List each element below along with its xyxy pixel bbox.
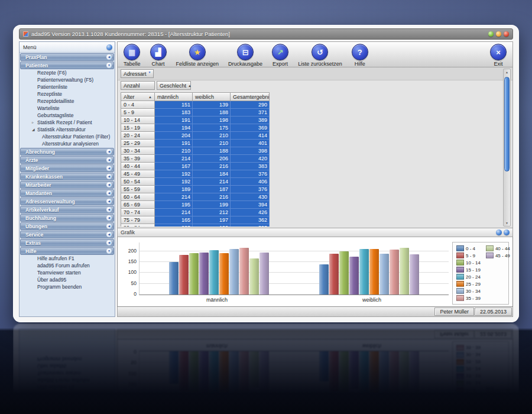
bar-weiblich-10-14[interactable]: [339, 251, 349, 295]
cell-55-59-maennlich[interactable]: 189: [155, 186, 193, 193]
sidebar-group-patienten[interactable]: Patienten▼: [20, 62, 114, 69]
toolbar-button-hilfe[interactable]: ?Hilfe: [349, 43, 371, 67]
bar-m-nnlich-15-19[interactable]: [199, 253, 209, 295]
bar-m-nnlich-30-34[interactable]: [229, 249, 239, 295]
scroll-down-icon[interactable]: ▼: [504, 220, 510, 226]
row-header-45-49[interactable]: 45 - 49: [121, 170, 155, 178]
cell-0-4-maennlich[interactable]: 151: [155, 101, 193, 109]
sidebar-item-adad95-forum-aufrufen[interactable]: adad95 Forum aufrufen: [20, 262, 115, 269]
cell-75-79-weiblich[interactable]: 197: [193, 216, 231, 224]
cell-10-14-maennlich[interactable]: 191: [155, 117, 193, 124]
cell-35-39-maennlich[interactable]: 214: [155, 155, 193, 163]
cell-45-49-weiblich[interactable]: 184: [193, 170, 231, 178]
cell-20-24-gesamt[interactable]: 414: [231, 132, 270, 140]
sidebar-item-hilfe-aufrufen-f1[interactable]: Hilfe aufrufen F1: [20, 255, 115, 262]
column-field-geschlecht[interactable]: Geschlecht ▲: [157, 81, 191, 90]
cell-25-29-weiblich[interactable]: 210: [193, 140, 231, 147]
minimize-button[interactable]: [488, 31, 494, 37]
panel-button-icon[interactable]: [496, 229, 502, 235]
toolbar-button-liste-zur-cksetzen[interactable]: ↺Liste zurücksetzen: [296, 43, 345, 67]
cell-40-44-weiblich[interactable]: 216: [193, 163, 231, 170]
cell-80-84-weiblich[interactable]: 190: [193, 224, 231, 227]
cell-60-64-gesamt[interactable]: 430: [231, 193, 270, 201]
bar-weiblich-0-4[interactable]: [319, 264, 329, 295]
cell-60-64-maennlich[interactable]: 214: [155, 193, 193, 201]
cell-50-54-gesamt[interactable]: 406: [231, 178, 270, 186]
row-header-5-9[interactable]: 5 - 9: [121, 109, 155, 117]
sidebar-item-teamviewer-starten[interactable]: Teamviewer starten: [20, 269, 115, 276]
cell-0-4-weiblich[interactable]: 139: [193, 101, 231, 109]
cell-5-9-gesamt[interactable]: 371: [231, 109, 270, 117]
cell-20-24-weiblich[interactable]: 210: [193, 132, 231, 140]
row-header-80-84[interactable]: 80 - 84: [121, 224, 155, 227]
cell-50-54-maennlich[interactable]: 192: [155, 178, 193, 186]
cell-5-9-maennlich[interactable]: 183: [155, 109, 193, 117]
cell-30-34-gesamt[interactable]: 398: [231, 147, 270, 155]
vertical-scrollbar[interactable]: ▲ ▼: [503, 69, 511, 227]
scroll-up-icon[interactable]: ▲: [504, 69, 510, 75]
bar-m-nnlich-10-14[interactable]: [189, 253, 199, 295]
cell-70-74-gesamt[interactable]: 426: [231, 209, 270, 216]
toolbar-button-chart[interactable]: ▟Chart: [148, 43, 169, 67]
scrollbar-thumb[interactable]: [504, 77, 510, 172]
cell-15-19-weiblich[interactable]: 175: [193, 124, 231, 132]
bar-m-nnlich-0-4[interactable]: [169, 262, 179, 295]
bar-weiblich-20-24[interactable]: [359, 249, 369, 295]
cell-70-74-maennlich[interactable]: 214: [155, 209, 193, 216]
cell-25-29-maennlich[interactable]: 191: [155, 140, 193, 147]
cell-80-84-gesamt[interactable]: 393: [231, 224, 270, 227]
row-header-35-39[interactable]: 35 - 39: [121, 155, 155, 163]
sidebar-group-praxplan[interactable]: PraxPlan◀: [20, 53, 114, 61]
cell-10-14-gesamt[interactable]: 389: [231, 117, 270, 124]
cell-65-69-weiblich[interactable]: 199: [193, 201, 231, 209]
sidebar-item-altersstruktur-analysieren[interactable]: Altersstruktur analysieren: [20, 140, 115, 147]
sidebar-item-programm-beenden[interactable]: Programm beenden: [20, 283, 115, 290]
sidebar-item-patientenverwaltung-f5[interactable]: Patientenverwaltung (F5): [20, 76, 115, 83]
bar-m-nnlich-35-39[interactable]: [239, 248, 249, 295]
sidebar-group-artikelverkauf[interactable]: Artikelverkauf◀: [20, 206, 114, 214]
sidebar-group-buchhaltung[interactable]: Buchhaltung◀: [20, 214, 114, 222]
bar-weiblich-15-19[interactable]: [349, 257, 359, 295]
cell-20-24-maennlich[interactable]: 204: [155, 132, 193, 140]
cell-40-44-maennlich[interactable]: 167: [155, 163, 193, 170]
column-header-weiblich[interactable]: weiblich: [193, 92, 231, 101]
sidebar-group-service[interactable]: Service◀: [20, 231, 114, 238]
sidebar-item-geburtstagsliste[interactable]: Geburtstagsliste: [20, 112, 115, 119]
bar-weiblich-30-34[interactable]: [379, 254, 389, 295]
sidebar-item-ber-adad95[interactable]: Über adad95: [20, 276, 115, 283]
cell-60-64-weiblich[interactable]: 216: [193, 193, 231, 201]
sidebar-group-rzte[interactable]: Ärzte◀: [20, 156, 114, 164]
row-header-40-44[interactable]: 40 - 44: [121, 163, 155, 170]
column-header-gesamtergebnis[interactable]: Gesamtergebnis: [231, 92, 270, 101]
cell-55-59-weiblich[interactable]: 187: [193, 186, 231, 193]
cell-25-29-gesamt[interactable]: 401: [231, 140, 270, 147]
cell-45-49-gesamt[interactable]: 376: [231, 170, 270, 178]
column-header-maennlich[interactable]: männlich: [155, 92, 193, 101]
cell-65-69-gesamt[interactable]: 394: [231, 201, 270, 209]
bar-weiblich-45-49[interactable]: [410, 254, 419, 295]
toolbar-button-druckausgabe[interactable]: ⊟Druckausgabe: [226, 43, 265, 67]
sidebar-group-mandanten[interactable]: Mandanten◀: [20, 189, 114, 197]
bar-weiblich-40-44[interactable]: [400, 248, 409, 295]
sidebar-item-statistik-altersstruktur[interactable]: ◢Statistik Altersstruktur: [20, 126, 115, 133]
filter-field-adressart[interactable]: Adressart ▼: [121, 69, 154, 78]
sidebar-item-patientenliste[interactable]: Patientenliste: [20, 83, 115, 90]
cell-50-54-weiblich[interactable]: 214: [193, 178, 231, 186]
maximize-button[interactable]: [496, 31, 501, 37]
cell-0-4-gesamt[interactable]: 290: [231, 101, 270, 109]
cell-15-19-gesamt[interactable]: 369: [231, 124, 270, 132]
exit-button[interactable]: × Exit: [488, 43, 509, 67]
cell-5-9-weiblich[interactable]: 188: [193, 109, 231, 117]
cell-35-39-gesamt[interactable]: 420: [231, 155, 270, 163]
bar-m-nnlich-20-24[interactable]: [209, 250, 219, 295]
row-field-alter[interactable]: Alter ▲: [121, 92, 155, 101]
cell-30-34-weiblich[interactable]: 188: [193, 147, 231, 155]
sidebar-item-rezeptliste[interactable]: Rezeptliste: [20, 90, 115, 98]
menu-pin-icon[interactable]: [106, 44, 112, 50]
bar-weiblich-5-9[interactable]: [329, 254, 339, 295]
cell-75-79-maennlich[interactable]: 165: [155, 216, 193, 224]
bar-weiblich-25-29[interactable]: [369, 249, 379, 295]
cell-10-14-weiblich[interactable]: 198: [193, 117, 231, 124]
sidebar-group-abrechnung[interactable]: Abrechnung◀: [20, 148, 114, 156]
cell-55-59-gesamt[interactable]: 376: [231, 186, 270, 193]
